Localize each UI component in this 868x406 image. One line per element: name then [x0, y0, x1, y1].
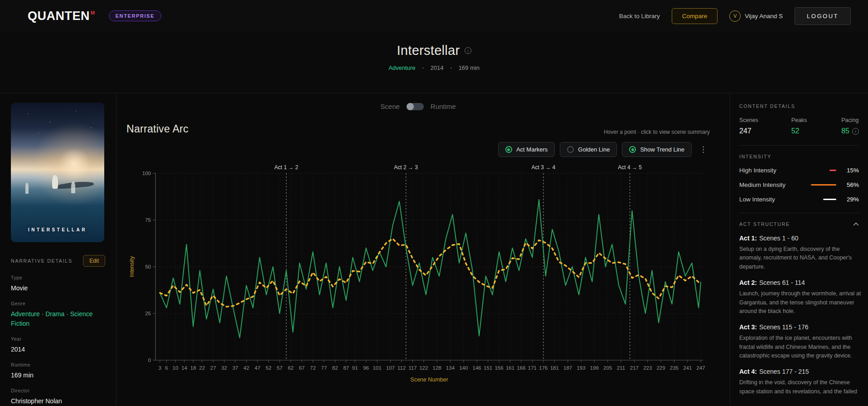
- intensity-row-high: High Intensity 15%: [739, 167, 859, 174]
- edit-button[interactable]: Edit: [83, 255, 105, 267]
- brand-logo-mark: M: [91, 10, 95, 15]
- chart-hover-hint: Hover a point · click to view scene summ…: [604, 129, 710, 135]
- brand-logo: QUANTENM: [28, 9, 95, 23]
- chevron-up-icon[interactable]: [853, 222, 859, 226]
- logout-button[interactable]: LOGOUT: [795, 7, 851, 25]
- poster-spacecraft: [56, 181, 94, 189]
- field-director: Director Christopher Nolan: [11, 388, 105, 406]
- intensity-heading: INTENSITY: [739, 154, 859, 159]
- svg-text:166: 166: [517, 365, 525, 371]
- toggle-label-scene[interactable]: Scene: [380, 103, 400, 110]
- svg-text:134: 134: [446, 365, 455, 371]
- control-label: Golden Line: [578, 146, 610, 153]
- svg-text:181: 181: [550, 365, 559, 371]
- narrative-arc-chart[interactable]: Act 1 → 2Act 2 → 3Act 3 → 4Act 4 → 50255…: [126, 160, 711, 387]
- meta-genre: Adventure: [388, 64, 415, 71]
- app-window: QUANTENM ENTERPRISE Back to Library Comp…: [0, 0, 868, 406]
- svg-text:151: 151: [484, 365, 492, 371]
- scene-runtime-toggle[interactable]: [407, 103, 424, 110]
- svg-text:140: 140: [459, 365, 468, 371]
- meta-year: 2014: [431, 64, 444, 71]
- poster-title-text: INTERSTELLAR: [11, 227, 104, 232]
- field-year: Year 2014: [11, 336, 105, 354]
- svg-text:32: 32: [221, 365, 227, 371]
- svg-text:171: 171: [528, 365, 537, 371]
- svg-text:199: 199: [590, 365, 599, 371]
- meta-separator-dot: •: [422, 66, 423, 70]
- svg-text:50: 50: [145, 264, 151, 269]
- act-item-4: Act 4:Scenes 177 - 215 Drifting in the v…: [739, 368, 859, 396]
- control-button[interactable]: Act Markers: [498, 142, 555, 157]
- intensity-line: [829, 170, 836, 171]
- details-sidebar: INTERSTELLAR NARRATIVE DETAILS Edit Type…: [0, 93, 116, 406]
- svg-text:Scene Number: Scene Number: [410, 377, 448, 383]
- svg-text:91: 91: [352, 365, 358, 371]
- act-item-3: Act 3:Scenes 115 - 176 Exploration of th…: [739, 323, 859, 360]
- svg-text:146: 146: [473, 365, 481, 371]
- stat-scenes: Scenes 247: [739, 117, 779, 135]
- page-title: Interstellar: [397, 43, 460, 58]
- user-menu[interactable]: V Vijay Anand S: [729, 10, 783, 22]
- act-structure-section: ACT STRUCTURE Act 1:Scenes 1 - 60 Setup …: [739, 213, 859, 396]
- svg-text:128: 128: [433, 365, 441, 371]
- svg-text:217: 217: [630, 365, 639, 371]
- svg-text:235: 235: [670, 365, 679, 371]
- chart-panel: Scene Runtime Narrative Arc Hover a poin…: [116, 93, 730, 406]
- svg-text:187: 187: [563, 365, 572, 371]
- meta-runtime: 169 min: [459, 64, 480, 71]
- enterprise-badge: ENTERPRISE: [109, 10, 161, 21]
- compare-button[interactable]: Compare: [672, 8, 718, 24]
- chart-title: Narrative Arc: [126, 123, 189, 135]
- svg-text:62: 62: [288, 365, 294, 371]
- radio-icon: [629, 146, 636, 153]
- svg-text:10: 10: [173, 365, 179, 371]
- field-genre: Genre Adventure · Drama · Science Fictio…: [11, 301, 105, 328]
- svg-text:47: 47: [255, 365, 261, 371]
- more-options-icon[interactable]: ⋮: [697, 146, 710, 153]
- svg-text:122: 122: [419, 365, 428, 371]
- svg-text:107: 107: [386, 365, 395, 371]
- svg-text:156: 156: [495, 365, 503, 371]
- svg-text:96: 96: [363, 365, 369, 371]
- svg-text:22: 22: [199, 365, 205, 371]
- svg-text:77: 77: [321, 365, 327, 371]
- pacing-info-icon[interactable]: i: [852, 128, 859, 135]
- top-bar: QUANTENM ENTERPRISE Back to Library Comp…: [0, 0, 868, 32]
- svg-text:27: 27: [210, 365, 216, 371]
- content-details-heading: CONTENT DETAILS: [739, 103, 859, 109]
- svg-text:100: 100: [142, 171, 151, 176]
- user-name: Vijay Anand S: [745, 13, 783, 20]
- intensity-row-medium: Medium Intensity 56%: [739, 181, 859, 188]
- svg-text:117: 117: [408, 365, 417, 371]
- poster-astronaut: [52, 175, 58, 189]
- intensity-line: [823, 199, 836, 200]
- intensity-section: INTENSITY High Intensity 15% Medium Inte…: [739, 145, 859, 203]
- svg-text:176: 176: [539, 365, 548, 371]
- svg-text:3: 3: [159, 365, 161, 371]
- svg-text:Act 4 → 5: Act 4 → 5: [618, 164, 642, 171]
- svg-text:223: 223: [643, 365, 652, 371]
- control-button[interactable]: Golden Line: [560, 142, 617, 157]
- control-button[interactable]: Show Trend Line: [622, 142, 692, 157]
- svg-text:Act 3 → 4: Act 3 → 4: [532, 164, 556, 171]
- act-item-2: Act 2:Scenes 61 - 114 Launch, journey th…: [739, 279, 859, 316]
- svg-text:52: 52: [266, 365, 272, 371]
- avatar[interactable]: V: [729, 10, 741, 22]
- svg-text:241: 241: [683, 365, 692, 371]
- svg-text:193: 193: [577, 365, 585, 371]
- movie-poster: INTERSTELLAR: [11, 103, 104, 242]
- toggle-knob[interactable]: [407, 103, 414, 110]
- back-to-library-link[interactable]: Back to Library: [619, 13, 660, 20]
- act-structure-toggle[interactable]: ACT STRUCTURE: [739, 221, 859, 227]
- svg-text:Intensity: Intensity: [129, 256, 135, 277]
- field-runtime: Runtime 169 min: [11, 362, 105, 380]
- toggle-label-runtime[interactable]: Runtime: [431, 103, 456, 110]
- svg-text:0: 0: [148, 357, 151, 363]
- title-info-icon[interactable]: i: [465, 47, 471, 54]
- control-label: Act Markers: [516, 146, 548, 153]
- header-actions: Back to Library Compare V Vijay Anand S …: [619, 7, 851, 25]
- svg-text:75: 75: [145, 217, 151, 223]
- title-meta: Adventure • 2014 • 169 min: [0, 64, 868, 71]
- svg-text:Act 2 → 3: Act 2 → 3: [394, 164, 418, 171]
- svg-text:67: 67: [299, 365, 305, 371]
